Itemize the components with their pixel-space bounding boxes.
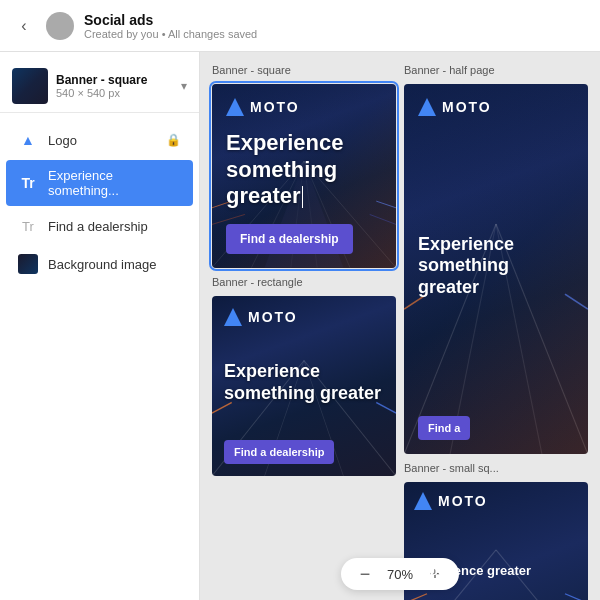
banner-small-top: MOTO [414, 492, 578, 510]
banner-size: 540 × 540 px [56, 87, 173, 99]
moto-text-half: MOTO [442, 99, 492, 115]
banners-grid: Banner - square [212, 64, 588, 600]
banner-half-wrapper: Banner - half page [404, 64, 588, 454]
title-group: Social ads Created by you • All changes … [84, 12, 257, 40]
banner-square-wrapper: Banner - square [212, 64, 396, 268]
main-layout: Banner - square 540 × 540 px ▾ ▲ Logo 🔒 … [0, 52, 600, 600]
moto-logo-icon [226, 98, 244, 116]
page-subtitle: Created by you • All changes saved [84, 28, 257, 40]
sidebar-item-logo[interactable]: ▲ Logo 🔒 [6, 122, 193, 158]
banner-top-row: MOTO [226, 98, 382, 116]
banner-rect-cta[interactable]: Find a dealership [224, 440, 334, 464]
sidebar: Banner - square 540 × 540 px ▾ ▲ Logo 🔒 … [0, 52, 200, 600]
sidebar-item-dealership-label: Find a dealership [48, 219, 181, 234]
sidebar-item-dealership[interactable]: Tr Find a dealership [6, 208, 193, 244]
logo-icon: ▲ [18, 130, 38, 150]
banner-rect-top: MOTO [224, 308, 384, 326]
banner-headline: Experience something greater [226, 130, 382, 209]
sidebar-item-text[interactable]: Tr Experience something... [6, 160, 193, 206]
lock-icon: 🔒 [166, 133, 181, 147]
sidebar-item-bg-label: Background image [48, 257, 181, 272]
banner-square: MOTO Experience something greater Find a… [212, 84, 396, 268]
chevron-down-icon: ▾ [181, 79, 187, 93]
topbar: ‹ Social ads Created by you • All change… [0, 0, 600, 52]
banner-selector[interactable]: Banner - square 540 × 540 px ▾ [0, 60, 199, 113]
moto-text-small: MOTO [438, 493, 488, 509]
moto-text-rect: MOTO [248, 309, 298, 325]
banner-rectangle-label: Banner - rectangle [212, 276, 396, 288]
sidebar-item-text-label: Experience something... [48, 168, 181, 198]
canvas-area: Banner - square [200, 52, 600, 600]
svg-line-25 [404, 594, 427, 600]
sidebar-item-bg[interactable]: Background image [6, 246, 193, 282]
moto-logo-icon-half [418, 98, 436, 116]
image-icon [18, 254, 38, 274]
banner-rectangle-wrapper: Banner - rectangle [212, 276, 396, 476]
moto-logo-icon-rect [224, 308, 242, 326]
banner-half-top: MOTO [418, 98, 574, 116]
sidebar-item-logo-label: Logo [48, 133, 156, 148]
moto-text: MOTO [250, 99, 300, 115]
back-button[interactable]: ‹ [12, 14, 36, 38]
banner-rectangle-card[interactable]: MOTO Experience something greater Find a… [212, 296, 396, 476]
banner-half-cta[interactable]: Find a [418, 416, 470, 440]
banner-half-page: MOTO Experi­ence somet­hing greate­r Fin… [404, 84, 588, 454]
banner-small-label: Banner - small sq... [404, 462, 588, 474]
zoom-out-button[interactable]: − [355, 564, 375, 584]
banner-square-label: Banner - square [212, 64, 396, 76]
text-cursor [302, 186, 303, 208]
text-icon: Tr [18, 173, 38, 193]
banner-thumb [12, 68, 48, 104]
banner-square-card[interactable]: MOTO Experience something greater Find a… [212, 84, 396, 268]
text-alt-icon: Tr [18, 216, 38, 236]
page-title: Social ads [84, 12, 257, 28]
banner-cta-button[interactable]: Find a dealership [226, 224, 353, 254]
banner-headline-small: Experie­nce greater [414, 563, 578, 579]
svg-line-26 [565, 594, 588, 600]
banner-half-card[interactable]: MOTO Experi­ence somet­hing greate­r Fin… [404, 84, 588, 454]
moto-logo-icon-small [414, 492, 432, 510]
banner-headline-half: Experi­ence somet­hing greate­r [418, 234, 574, 299]
avatar [46, 12, 74, 40]
banner-name: Banner - square [56, 73, 173, 87]
zoom-value: 70% [387, 567, 413, 582]
banner-info: Banner - square 540 × 540 px [56, 73, 173, 99]
banner-half-label: Banner - half page [404, 64, 588, 76]
banner-headline-rect: Experience something greater [224, 361, 384, 404]
